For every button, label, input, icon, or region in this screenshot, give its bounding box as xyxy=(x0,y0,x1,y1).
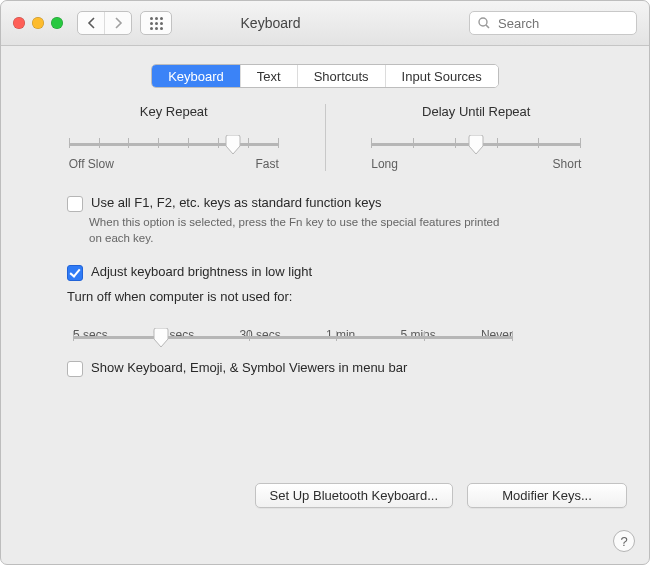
bottom-buttons: Set Up Bluetooth Keyboard... Modifier Ke… xyxy=(255,483,627,508)
delay-repeat-right-label: Short xyxy=(553,157,582,171)
svg-line-1 xyxy=(486,25,489,28)
titlebar: Keyboard xyxy=(1,1,649,46)
tab-shortcuts[interactable]: Shortcuts xyxy=(297,65,385,87)
traffic-lights xyxy=(13,17,63,29)
content-pane: Keyboard Text Shortcuts Input Sources Ke… xyxy=(1,46,649,564)
idle-off-block: Turn off when computer is not used for: … xyxy=(67,289,617,342)
adjust-brightness-label: Adjust keyboard brightness in low light xyxy=(91,264,312,279)
key-repeat-title: Key Repeat xyxy=(140,104,208,119)
show-viewers-checkbox[interactable] xyxy=(67,361,83,377)
key-repeat-box: Key Repeat Off Slow Fast xyxy=(23,104,325,171)
use-function-keys-checkbox[interactable] xyxy=(67,196,83,212)
adjust-brightness-row: Adjust keyboard brightness in low light xyxy=(67,264,617,281)
tab-input-sources[interactable]: Input Sources xyxy=(385,65,498,87)
delay-repeat-left-label: Long xyxy=(371,157,398,171)
key-repeat-right-label: Fast xyxy=(255,157,278,171)
use-function-keys-label: Use all F1, F2, etc. keys as standard fu… xyxy=(91,195,381,210)
key-repeat-left-label: Off Slow xyxy=(69,157,114,171)
delay-repeat-box: Delay Until Repeat Long Short xyxy=(325,104,628,171)
delay-repeat-slider[interactable]: Long Short xyxy=(371,135,581,171)
tab-text[interactable]: Text xyxy=(240,65,297,87)
tab-bar: Keyboard Text Shortcuts Input Sources xyxy=(23,64,627,88)
search-input[interactable] xyxy=(496,15,595,32)
adjust-brightness-checkbox[interactable] xyxy=(67,265,83,281)
idle-off-slider[interactable]: 5 secs 10 secs 30 secs 1 min 5 mins Neve… xyxy=(73,328,513,342)
idle-off-thumb[interactable] xyxy=(153,328,169,348)
delay-repeat-title: Delay Until Repeat xyxy=(422,104,530,119)
help-button[interactable]: ? xyxy=(613,530,635,552)
search-field[interactable] xyxy=(469,11,637,35)
use-function-keys-row: Use all F1, F2, etc. keys as standard fu… xyxy=(67,195,617,212)
key-repeat-slider[interactable]: Off Slow Fast xyxy=(69,135,279,171)
use-function-keys-help: When this option is selected, press the … xyxy=(89,215,509,246)
modifier-keys-button[interactable]: Modifier Keys... xyxy=(467,483,627,508)
idle-off-label: Turn off when computer is not used for: xyxy=(67,289,617,304)
window-title: Keyboard xyxy=(80,15,461,31)
sliders-row: Key Repeat Off Slow Fast Delay Until Rep… xyxy=(23,104,627,171)
minimize-window-button[interactable] xyxy=(32,17,44,29)
search-icon xyxy=(478,17,490,29)
close-window-button[interactable] xyxy=(13,17,25,29)
show-viewers-row: Show Keyboard, Emoji, & Symbol Viewers i… xyxy=(67,360,617,377)
setup-bluetooth-keyboard-button[interactable]: Set Up Bluetooth Keyboard... xyxy=(255,483,453,508)
show-viewers-label: Show Keyboard, Emoji, & Symbol Viewers i… xyxy=(91,360,407,375)
preferences-window: Keyboard Keyboard Text Shortcuts Input S… xyxy=(0,0,650,565)
zoom-window-button[interactable] xyxy=(51,17,63,29)
tab-keyboard[interactable]: Keyboard xyxy=(152,65,240,87)
options: Use all F1, F2, etc. keys as standard fu… xyxy=(67,195,617,377)
svg-point-0 xyxy=(479,18,487,26)
